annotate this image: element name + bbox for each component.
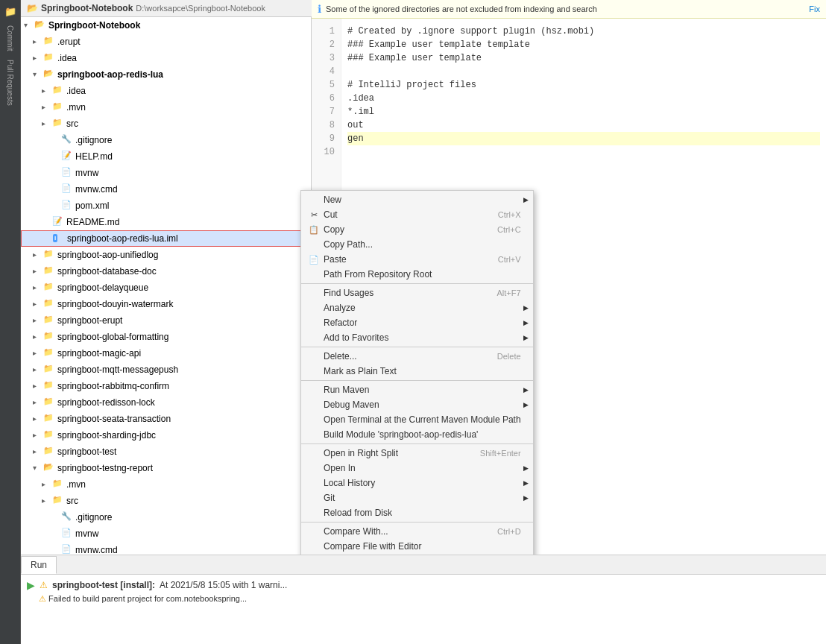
- menu-label-path-from-repo: Path From Repository Root: [324, 269, 432, 280]
- menu-item-copy[interactable]: 📋CopyCtrl+C: [301, 222, 533, 237]
- sidebar-item-springboot-magic-api[interactable]: 📁springboot-magic-api: [21, 345, 311, 362]
- file-icon-mvnw-cmd2: 📄: [61, 544, 73, 555]
- sidebar-item-springboot-sharding-jdbc[interactable]: 📁springboot-sharding-jdbc: [21, 427, 311, 443]
- sidebar-item-springboot-douyin-watermark[interactable]: 📁springboot-douyin-watermark: [21, 296, 311, 312]
- item-label-src: src: [66, 119, 78, 129]
- sidebar-item-src[interactable]: 📁src: [21, 116, 311, 132]
- menu-icon-copy: 📋: [307, 225, 321, 235]
- project-tab-icon[interactable]: 📁: [2, 3, 19, 19]
- menu-label-new: New: [324, 195, 341, 205]
- menu-label-compare-with: Compare With...: [324, 526, 388, 537]
- context-menu-overlay: New✂CutCtrl+X📋CopyCtrl+CCopy Path...📄Pas…: [300, 190, 534, 555]
- code-line-10: [347, 145, 820, 159]
- sidebar-item-springboot-aop-unifiedlog[interactable]: 📁springboot-aop-unifiedlog: [21, 247, 311, 263]
- pull-requests-icon[interactable]: Pull Requests: [2, 57, 19, 109]
- line-number-8: 8: [318, 119, 335, 132]
- run-tab[interactable]: Run: [21, 556, 57, 574]
- sidebar-item-help-md[interactable]: 📝HELP.md: [21, 148, 311, 165]
- tree-arrow-springboot-sharding-jdbc: [33, 431, 42, 440]
- sidebar-item-springboot-global-formatting[interactable]: 📁springboot-global-formatting: [21, 329, 311, 345]
- menu-item-open-terminal[interactable]: Open Terminal at the Current Maven Modul…: [301, 412, 533, 427]
- menu-item-find-usages[interactable]: Find UsagesAlt+F7: [301, 285, 533, 300]
- main-content: 📂 Springboot-Notebook D:\worksapce\Sprin…: [21, 0, 826, 644]
- item-label-springboot-mqtt-messagepush: springboot-mqtt-messagepush: [57, 364, 178, 375]
- tree-arrow-src2: [42, 496, 51, 505]
- project-path: D:\worksapce\Springboot-Notebook: [136, 4, 265, 13]
- menu-label-open-right-split: Open in Right Split: [324, 448, 398, 458]
- sidebar-item-mvnw-cmd2[interactable]: 📄mvnw.cmd: [21, 542, 311, 555]
- item-label-springboot-redisson-lock: springboot-redisson-lock: [57, 397, 155, 408]
- sidebar-item-mvnw-cmd[interactable]: 📄mvnw.cmd: [21, 181, 311, 198]
- menu-item-paste[interactable]: 📄PasteCtrl+V: [301, 252, 533, 267]
- menu-item-refactor[interactable]: Refactor: [301, 315, 533, 330]
- menu-item-new[interactable]: New: [301, 192, 533, 207]
- item-label-springboot-douyin-watermark: springboot-douyin-watermark: [57, 299, 173, 309]
- code-line-2: ### Example user template template: [347, 38, 820, 51]
- menu-item-open-in[interactable]: Open In: [301, 461, 533, 476]
- sidebar-item-springboot-seata-transaction[interactable]: 📁springboot-seata-transaction: [21, 411, 311, 427]
- run-error-text: ⚠ Failed to build parent project for com…: [27, 593, 820, 605]
- sidebar-item-erupt[interactable]: 📁.erupt: [21, 34, 311, 50]
- sidebar-item-springboot-redisson-lock[interactable]: 📁springboot-redisson-lock: [21, 394, 311, 411]
- menu-item-compare-with[interactable]: Compare With...Ctrl+D: [301, 524, 533, 539]
- menu-item-path-from-repo[interactable]: Path From Repository Root: [301, 267, 533, 282]
- sidebar-item-springboot-aop-redis-lua[interactable]: 📂springboot-aop-redis-lua: [21, 66, 311, 83]
- sidebar-item-readme-md[interactable]: 📝README.md: [21, 214, 311, 230]
- line-number-7: 7: [318, 105, 335, 119]
- menu-shortcut-delete: Delete: [482, 352, 521, 361]
- tree-arrow-mvnw-cmd: [51, 185, 60, 194]
- menu-item-copy-path[interactable]: Copy Path...: [301, 237, 533, 252]
- code-line-7: *.iml: [347, 105, 820, 119]
- menu-item-delete[interactable]: Delete...Delete: [301, 349, 533, 364]
- sidebar-item-gitignore2[interactable]: 🔧.gitignore: [21, 509, 311, 525]
- sidebar-item-mvn[interactable]: 📁.mvn: [21, 99, 311, 116]
- tree-arrow-springboot-test: [33, 447, 42, 456]
- sidebar-item-springboot-test[interactable]: 📁springboot-test: [21, 443, 311, 460]
- sidebar-item-gitignore[interactable]: 🔧.gitignore: [21, 132, 311, 148]
- fix-button[interactable]: Fix: [809, 4, 820, 13]
- menu-label-debug-maven: Debug Maven: [324, 400, 379, 410]
- file-icon-mvnw: 📄: [61, 167, 73, 179]
- project-title: Springboot-Notebook: [41, 3, 133, 13]
- sidebar-item-springboot-notebook[interactable]: 📂Springboot-Notebook: [21, 17, 311, 34]
- file-icon-springboot-test: 📁: [43, 446, 55, 458]
- sidebar-item-idea-root[interactable]: 📁.idea: [21, 50, 311, 66]
- sidebar-item-springboot-aop-redis-lua-iml[interactable]: Ispringboot-aop-redis-lua.iml: [21, 230, 311, 247]
- sidebar-item-springboot-erupt[interactable]: 📁springboot-erupt: [21, 312, 311, 329]
- tree-arrow-springboot-erupt: [33, 316, 42, 325]
- menu-item-reload-disk[interactable]: Reload from Disk: [301, 505, 533, 520]
- menu-item-git[interactable]: Git: [301, 490, 533, 505]
- tree-arrow-gitignore2: [51, 513, 60, 522]
- sidebar-item-springboot-rabbitmq-confirm[interactable]: 📁springboot-rabbitmq-confirm: [21, 378, 311, 394]
- sidebar-item-springboot-mqtt-messagepush[interactable]: 📁springboot-mqtt-messagepush: [21, 362, 311, 378]
- item-label-springboot-aop-unifiedlog: springboot-aop-unifiedlog: [57, 250, 158, 260]
- project-header: 📂 Springboot-Notebook D:\worksapce\Sprin…: [21, 0, 312, 17]
- item-label-springboot-test: springboot-test: [57, 446, 116, 457]
- sidebar-item-springboot-delayqueue[interactable]: 📁springboot-delayqueue: [21, 280, 311, 296]
- menu-item-local-history[interactable]: Local History: [301, 476, 533, 490]
- menu-item-open-right-split[interactable]: Open in Right SplitShift+Enter: [301, 446, 533, 461]
- sidebar-item-springboot-testng-report[interactable]: 📂springboot-testng-report: [21, 460, 311, 476]
- commit-tab-icon[interactable]: Commit: [2, 22, 19, 54]
- sidebar-item-mvnw[interactable]: 📄mvnw: [21, 165, 311, 181]
- sidebar-item-springboot-database-doc[interactable]: 📁springboot-database-doc: [21, 263, 311, 280]
- sidebar-item-idea-inner[interactable]: 📁.idea: [21, 83, 311, 99]
- menu-separator: [301, 522, 533, 523]
- menu-item-compare-file-editor[interactable]: Compare File with Editor: [301, 539, 533, 554]
- line-number-3: 3: [318, 51, 335, 65]
- sidebar-item-src2[interactable]: 📁src: [21, 493, 311, 509]
- menu-item-mark-plain-text[interactable]: Mark as Plain Text: [301, 364, 533, 379]
- sidebar-item-mvnw2[interactable]: 📄mvnw: [21, 525, 311, 542]
- menu-item-cut[interactable]: ✂CutCtrl+X: [301, 207, 533, 222]
- menu-item-build-module[interactable]: Build Module 'springboot-aop-redis-lua': [301, 427, 533, 442]
- menu-item-run-maven[interactable]: Run Maven: [301, 382, 533, 397]
- sidebar-item-pom-xml[interactable]: 📄pom.xml: [21, 198, 311, 214]
- menu-item-add-to-favorites[interactable]: Add to Favorites: [301, 330, 533, 345]
- menu-item-debug-maven[interactable]: Debug Maven: [301, 397, 533, 412]
- run-play-button[interactable]: ▶: [27, 579, 35, 591]
- menu-label-open-in: Open In: [324, 463, 356, 473]
- file-icon-readme-md: 📝: [52, 216, 64, 228]
- sidebar-item-mvn2[interactable]: 📁.mvn: [21, 476, 311, 493]
- menu-item-analyze[interactable]: Analyze: [301, 300, 533, 315]
- menu-label-delete: Delete...: [324, 351, 357, 362]
